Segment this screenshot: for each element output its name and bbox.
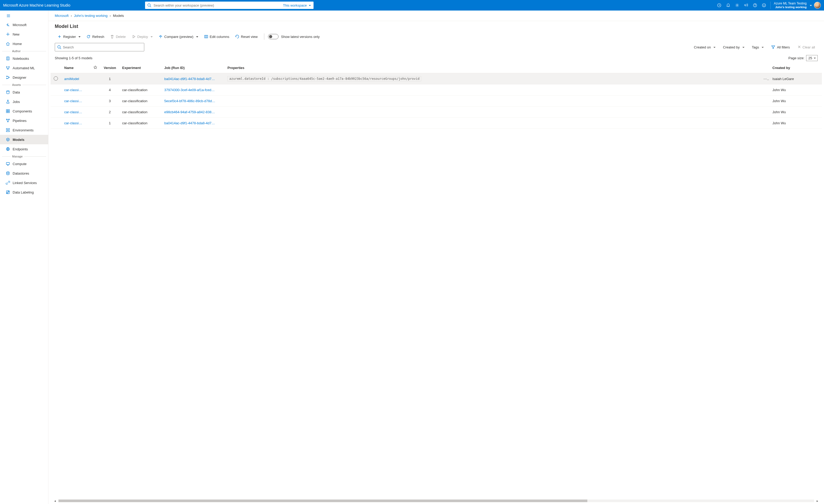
sidebar-item-datastores[interactable]: Datastores <box>0 169 48 178</box>
settings-icon[interactable] <box>733 0 741 10</box>
sidebar-item-components[interactable]: Components <box>0 106 48 116</box>
sidebar-item-endpoints[interactable]: Endpoints <box>0 144 48 154</box>
table-row[interactable]: amiModel1ba0414ac-d9f1-4478-bda8-4d7…azu… <box>50 73 822 85</box>
filter-created-on[interactable]: Created on <box>691 44 718 51</box>
svg-point-46 <box>58 45 60 48</box>
col-job[interactable]: Job (Run ID) <box>161 63 224 73</box>
sidebar-item-home[interactable]: Home <box>0 39 48 48</box>
sidebar-item-jobs[interactable]: Jobs <box>0 97 48 106</box>
account-directory: Azure ML Team Testing <box>774 2 807 5</box>
table-row[interactable]: car-classi…2car-classificatione98cb464-9… <box>50 107 822 118</box>
account-switcher[interactable]: Azure ML Team Testing John's testing wor… <box>770 2 821 9</box>
chevron-down-icon <box>741 46 744 49</box>
cell-created-by: Isaiah LeGare <box>769 73 822 85</box>
edit-columns-button[interactable]: Edit columns <box>201 33 232 40</box>
table-row[interactable]: car-classi…1car-classificationba0414ac-d… <box>50 118 822 129</box>
sidebar-item-compute[interactable]: Compute <box>0 159 48 169</box>
cell-version: 1 <box>101 73 119 85</box>
refresh-button[interactable]: Refresh <box>84 33 107 40</box>
all-filters-button[interactable]: All filters <box>768 43 793 51</box>
sidebar-item-notebooks[interactable]: Notebooks <box>0 54 48 63</box>
sidebar-item-label: Home <box>13 42 22 46</box>
filter-created-by[interactable]: Created by <box>720 44 747 51</box>
global-search[interactable]: This workspace <box>145 2 314 9</box>
model-name-link[interactable]: car-classi… <box>61 85 90 96</box>
sidebar-item-designer[interactable]: Designer <box>0 73 48 82</box>
compare-button[interactable]: Compare (preview) <box>156 33 201 40</box>
scroll-track[interactable] <box>59 500 814 502</box>
help-icon[interactable] <box>751 0 759 10</box>
sidebar-item-models[interactable]: Models <box>0 135 48 144</box>
col-properties[interactable]: Properties <box>224 63 759 73</box>
chevron-down-icon <box>149 35 153 39</box>
filter-tags[interactable]: Tags <box>749 44 766 51</box>
sidebar-back[interactable]: Microsoft <box>0 20 48 29</box>
job-link[interactable]: e98cb464-94af-4759-a842-838… <box>161 107 224 118</box>
job-link[interactable]: ba0414ac-d9f1-4478-bda8-4d7… <box>161 118 224 129</box>
col-experiment[interactable]: Experiment <box>119 63 161 73</box>
model-name-link[interactable]: amiModel <box>61 73 90 85</box>
col-created-by[interactable]: Created by <box>769 63 822 73</box>
reset-view-button[interactable]: Reset view <box>232 33 261 40</box>
svg-rect-43 <box>205 35 208 38</box>
sidebar: Microsoft New Home Author Notebooks Auto… <box>0 10 48 504</box>
table-row[interactable]: car-classi…3car-classification5ecef3c4-b… <box>50 96 822 107</box>
scroll-right-icon[interactable]: ► <box>815 500 820 502</box>
notifications-icon[interactable] <box>724 0 732 10</box>
scroll-thumb[interactable] <box>59 500 587 502</box>
svg-point-29 <box>6 119 7 120</box>
model-name-link[interactable]: car-classi… <box>61 96 90 107</box>
cell-properties <box>224 96 759 107</box>
cell-created-by: John Wu <box>769 96 822 107</box>
row-select-checkbox[interactable] <box>54 76 58 81</box>
account-workspace: John's testing working <box>774 6 807 9</box>
link-icon <box>6 181 10 185</box>
job-link[interactable]: 5ecef3c4-bf78-486c-89cb-d78d… <box>161 96 224 107</box>
cell-version: 2 <box>101 107 119 118</box>
cell-experiment: car-classification <box>119 107 161 118</box>
feedback-icon[interactable] <box>742 0 750 10</box>
sidebar-item-environments[interactable]: Environments <box>0 125 48 135</box>
sidebar-item-automl[interactable]: Automated ML <box>0 63 48 73</box>
header-icon-group <box>715 0 768 10</box>
breadcrumb-item[interactable]: Microsoft <box>55 14 69 18</box>
sidebar-item-label: Linked Services <box>13 181 37 185</box>
recent-icon[interactable] <box>715 0 723 10</box>
sidebar-item-new[interactable]: New <box>0 29 48 39</box>
more-icon[interactable]: ⋯ <box>762 77 768 81</box>
sidebar-item-label: Models <box>13 138 24 142</box>
horizontal-scrollbar[interactable]: ◄ ► <box>53 499 820 503</box>
trash-icon <box>110 34 114 39</box>
sidebar-item-data[interactable]: Data <box>0 87 48 97</box>
smile-icon[interactable] <box>760 0 768 10</box>
search-scope-dropdown[interactable]: This workspace <box>280 3 314 7</box>
table-search-input[interactable] <box>63 45 142 49</box>
scroll-left-icon[interactable]: ◄ <box>53 500 58 502</box>
sidebar-toggle[interactable] <box>0 12 48 20</box>
page-size-select[interactable]: 25 <box>806 55 818 61</box>
job-link[interactable]: 37974300-3cef-4e09-af1a-fced… <box>161 85 224 96</box>
table-row[interactable]: car-classi…4car-classification37974300-3… <box>50 85 822 96</box>
model-name-link[interactable]: car-classi… <box>61 107 90 118</box>
col-version[interactable]: Version <box>101 63 119 73</box>
sidebar-item-linked-services[interactable]: Linked Services <box>0 178 48 188</box>
global-search-input[interactable] <box>153 3 280 7</box>
table-search[interactable] <box>55 43 144 52</box>
col-name[interactable]: Name <box>61 63 90 73</box>
sidebar-item-pipelines[interactable]: Pipelines <box>0 116 48 125</box>
cell-properties <box>224 85 759 96</box>
model-name-link[interactable]: car-classi… <box>61 118 90 129</box>
latest-versions-toggle[interactable] <box>268 34 279 39</box>
sidebar-item-data-labeling[interactable]: Data Labeling <box>0 188 48 197</box>
sidebar-item-label: Notebooks <box>13 57 29 61</box>
designer-icon <box>6 75 10 80</box>
svg-line-1 <box>150 6 151 7</box>
sidebar-back-label: Microsoft <box>13 23 27 27</box>
breadcrumb-item[interactable]: John's testing working <box>74 14 108 18</box>
page-size-label: Page size: <box>789 56 805 60</box>
endpoints-icon <box>6 147 10 151</box>
cell-properties <box>224 107 759 118</box>
col-favorite[interactable] <box>90 63 101 73</box>
register-button[interactable]: Register <box>55 33 83 40</box>
job-link[interactable]: ba0414ac-d9f1-4478-bda8-4d7… <box>161 73 224 85</box>
